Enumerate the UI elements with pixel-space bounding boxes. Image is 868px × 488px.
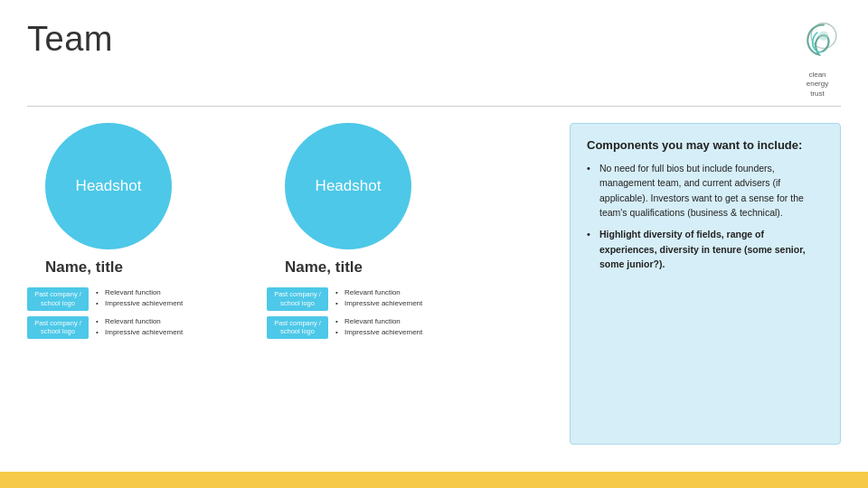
name-title-1: Name, title xyxy=(45,258,123,277)
bullet-item: Relevant function xyxy=(335,287,422,298)
logo-icon xyxy=(794,22,841,69)
company-badge-1-2: Past company / school logo xyxy=(27,316,89,340)
credential-row-2-1: Past company / school logo Relevant func… xyxy=(267,287,497,311)
headshot-label-2: Headshot xyxy=(316,177,382,195)
team-section: Headshot Name, title Past company / scho… xyxy=(27,123,561,445)
headshot-label-1: Headshot xyxy=(76,177,142,195)
credential-row-1-2: Past company / school logo Relevant func… xyxy=(27,316,258,340)
logo-text: clean energy trust xyxy=(807,70,828,99)
main-content: Headshot Name, title Past company / scho… xyxy=(27,123,841,445)
svg-point-1 xyxy=(819,31,828,40)
bullet-list-1-2: Relevant function Impressive achievement xyxy=(96,316,183,338)
headshot-1: Headshot xyxy=(45,123,172,249)
bullet-list-1-1: Relevant function Impressive achievement xyxy=(96,287,183,309)
info-box: Components you may want to include: No n… xyxy=(570,123,841,445)
bullet-item: Relevant function xyxy=(96,287,183,298)
company-badge-1-1: Past company / school logo xyxy=(27,287,89,311)
bullet-item: Impressive achievement xyxy=(96,327,183,338)
bullet-list-2-1: Relevant function Impressive achievement xyxy=(335,287,422,309)
bullet-item: Relevant function xyxy=(96,316,183,327)
title-divider xyxy=(27,106,841,107)
person-col-2: Headshot Name, title Past company / scho… xyxy=(267,123,506,445)
person-col-1: Headshot Name, title Past company / scho… xyxy=(27,123,267,445)
info-box-item-2: Highlight diversity of fields, range of … xyxy=(587,227,824,271)
info-box-item-1: No need for full bios but include founde… xyxy=(587,161,824,220)
name-title-2: Name, title xyxy=(285,258,363,277)
headshot-2: Headshot xyxy=(285,123,411,249)
bullet-item: Impressive achievement xyxy=(335,327,422,338)
logo-area: clean energy trust xyxy=(794,22,841,99)
company-badge-2-2: Past company / school logo xyxy=(267,316,328,340)
info-box-list: No need for full bios but include founde… xyxy=(587,161,824,271)
page-title: Team xyxy=(27,20,113,59)
bullet-item: Impressive achievement xyxy=(335,298,422,309)
credential-row-1-1: Past company / school logo Relevant func… xyxy=(27,287,258,311)
bullet-item: Impressive achievement xyxy=(96,298,183,309)
bullet-item: Relevant function xyxy=(335,316,422,327)
bottom-bar xyxy=(0,472,868,488)
info-box-title: Components you may want to include: xyxy=(587,138,824,152)
bullet-list-2-2: Relevant function Impressive achievement xyxy=(335,316,422,338)
company-badge-2-1: Past company / school logo xyxy=(267,287,328,311)
credential-row-2-2: Past company / school logo Relevant func… xyxy=(267,316,497,340)
